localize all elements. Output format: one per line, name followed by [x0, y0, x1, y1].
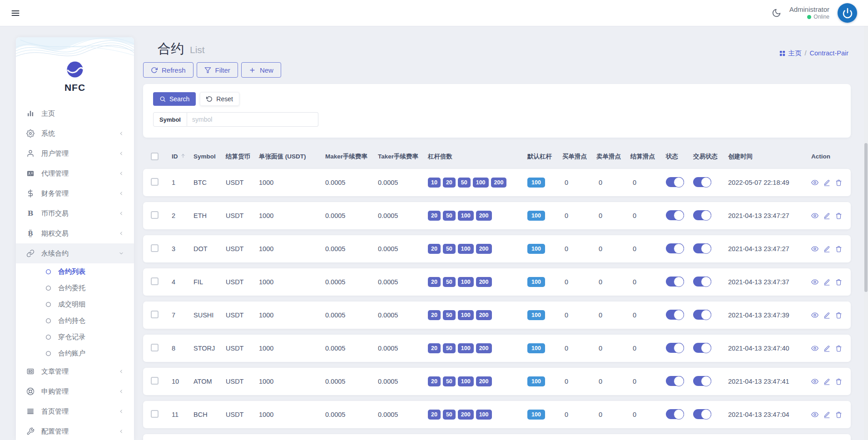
delete-button[interactable] — [835, 345, 842, 352]
dark-mode-moon-icon[interactable] — [772, 8, 781, 18]
page-scrollbar[interactable] — [864, 26, 868, 440]
sidebar-item[interactable]: 永续合约 — [16, 243, 134, 263]
view-button[interactable] — [811, 212, 818, 219]
sidebar-item[interactable]: 申购管理 — [16, 381, 134, 401]
cell-id: 8 — [172, 345, 193, 352]
chevron-left-icon — [119, 131, 124, 136]
delete-button[interactable] — [835, 179, 842, 186]
status-toggle[interactable] — [666, 243, 684, 253]
edit-button[interactable] — [823, 213, 830, 219]
column-header[interactable]: ID — [172, 153, 193, 160]
sidebar-item[interactable]: 主页 — [16, 104, 134, 124]
row-checkbox[interactable] — [151, 344, 159, 351]
sidebar-subitem[interactable]: 合约委托 — [16, 280, 134, 296]
select-all-checkbox[interactable] — [151, 153, 159, 160]
delete-button[interactable] — [835, 246, 842, 252]
delete-button[interactable] — [835, 378, 842, 385]
column-header[interactable]: Symbol — [193, 153, 226, 160]
breadcrumb-home-link[interactable]: 主页 — [779, 49, 802, 58]
row-checkbox[interactable] — [151, 211, 159, 219]
sidebar-item[interactable]: B币币交易 — [16, 203, 134, 223]
new-button[interactable]: New — [241, 62, 281, 78]
status-toggle[interactable] — [666, 409, 684, 419]
row-checkbox[interactable] — [151, 244, 159, 252]
sidebar-subitem[interactable]: 合约账户 — [16, 345, 134, 361]
row-checkbox[interactable] — [151, 377, 159, 385]
sidebar-item[interactable]: 系统 — [16, 124, 134, 143]
brand-logo[interactable]: NFC — [16, 61, 134, 93]
status-toggle[interactable] — [666, 310, 684, 320]
edit-button[interactable] — [823, 179, 830, 186]
column-header[interactable]: 买单滑点 — [562, 153, 596, 161]
status-toggle[interactable] — [666, 277, 684, 287]
sidebar-item[interactable]: 配置管理 — [16, 421, 134, 440]
sidebar-item[interactable]: 代理管理 — [16, 163, 134, 183]
delete-button[interactable] — [835, 312, 842, 319]
scrollbar-thumb[interactable] — [864, 143, 868, 292]
sidebar-item[interactable]: 财务管理 — [16, 183, 134, 203]
sidebar-subitem[interactable]: 合约列表 — [16, 263, 134, 280]
trade-status-toggle[interactable] — [693, 310, 711, 320]
view-button[interactable] — [811, 245, 818, 252]
trade-status-toggle[interactable] — [693, 277, 711, 287]
column-header[interactable]: Action — [811, 153, 851, 160]
status-toggle[interactable] — [666, 376, 684, 386]
edit-button[interactable] — [823, 279, 830, 286]
sidebar-item[interactable]: 用户管理 — [16, 143, 134, 163]
view-button[interactable] — [811, 311, 818, 319]
filter-button[interactable]: Filter — [197, 62, 238, 78]
row-checkbox[interactable] — [151, 311, 159, 318]
symbol-input[interactable] — [187, 112, 318, 127]
delete-button[interactable] — [835, 213, 842, 219]
sidebar-subitem[interactable]: 穿仓记录 — [16, 329, 134, 345]
column-header[interactable]: 交易状态 — [693, 153, 728, 161]
column-header[interactable]: 创建时间 — [728, 153, 811, 161]
column-header[interactable]: 默认杠杆 — [527, 153, 562, 161]
sidebar-item[interactable]: 文章管理 — [16, 361, 134, 381]
edit-button[interactable] — [823, 246, 830, 252]
trade-status-toggle[interactable] — [693, 177, 711, 187]
column-header[interactable]: 状态 — [666, 153, 693, 161]
status-toggle[interactable] — [666, 343, 684, 353]
edit-button[interactable] — [823, 411, 830, 418]
row-checkbox[interactable] — [151, 410, 159, 418]
column-header[interactable]: 卖单滑点 — [596, 153, 630, 161]
trade-status-toggle[interactable] — [693, 376, 711, 386]
avatar[interactable] — [838, 3, 857, 23]
view-button[interactable] — [811, 278, 818, 286]
search-button[interactable]: Search — [153, 92, 196, 106]
sidebar-item[interactable]: 首页管理 — [16, 401, 134, 421]
refresh-button[interactable]: Refresh — [143, 62, 193, 78]
status-toggle[interactable] — [666, 177, 684, 187]
trade-status-toggle[interactable] — [693, 210, 711, 220]
sidebar-item[interactable]: B期权交易 — [16, 223, 134, 243]
sidebar-subitem[interactable]: 成交明细 — [16, 296, 134, 312]
column-header[interactable]: 结算滑点 — [630, 153, 666, 161]
trade-status-toggle[interactable] — [693, 409, 711, 419]
column-header[interactable]: 单张面值 (USDT) — [259, 153, 325, 161]
view-button[interactable] — [811, 411, 818, 418]
breadcrumb-current[interactable]: Contract-Pair — [810, 49, 848, 57]
user-block[interactable]: Administrator Online — [789, 5, 829, 21]
hamburger-menu-icon[interactable] — [11, 9, 20, 18]
edit-button[interactable] — [823, 378, 830, 385]
row-checkbox[interactable] — [151, 178, 159, 186]
view-button[interactable] — [811, 345, 818, 352]
view-button[interactable] — [811, 378, 818, 385]
delete-button[interactable] — [835, 411, 842, 418]
delete-button[interactable] — [835, 279, 842, 286]
edit-button[interactable] — [823, 345, 830, 352]
row-checkbox[interactable] — [151, 277, 159, 285]
column-header[interactable]: Taker手续费率 — [378, 153, 428, 161]
reset-button[interactable]: Reset — [200, 92, 239, 106]
cell-maker-fee: 0.0005 — [325, 378, 378, 385]
status-toggle[interactable] — [666, 210, 684, 220]
column-header[interactable]: Maker手续费率 — [325, 153, 378, 161]
view-button[interactable] — [811, 179, 818, 186]
column-header[interactable]: 杠杆倍数 — [428, 153, 527, 161]
column-header[interactable]: 结算货币 — [226, 153, 259, 161]
trade-status-toggle[interactable] — [693, 243, 711, 253]
sidebar-subitem[interactable]: 合约持仓 — [16, 312, 134, 329]
trade-status-toggle[interactable] — [693, 343, 711, 353]
edit-button[interactable] — [823, 312, 830, 319]
